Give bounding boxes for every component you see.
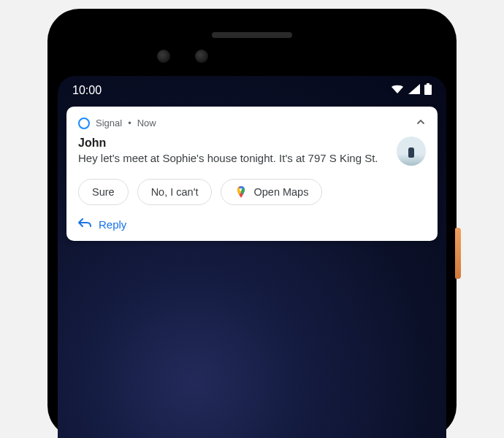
- message-body: Hey let's meet at Sophie's house tonight…: [78, 151, 388, 166]
- google-maps-icon: [234, 185, 248, 199]
- power-button[interactable]: [455, 228, 461, 279]
- reply-button[interactable]: Reply: [78, 218, 426, 231]
- reply-label: Reply: [99, 218, 126, 231]
- front-camera-icon: [157, 50, 170, 63]
- chip-label: Open Maps: [253, 186, 308, 198]
- notification-card[interactable]: Signal • Now John Hey let's meet at Soph…: [66, 107, 438, 241]
- separator-dot: •: [128, 118, 131, 128]
- phone-frame: 10:00 Signal • Now: [47, 9, 457, 438]
- collapse-chevron-icon[interactable]: [416, 117, 426, 129]
- action-chip-open-maps[interactable]: Open Maps: [221, 179, 322, 205]
- signal-app-icon: [78, 118, 90, 129]
- smart-reply-row: Sure No, I can't Open: [78, 179, 426, 205]
- sender-name: John: [78, 137, 388, 150]
- notification-header: Signal • Now: [78, 117, 426, 129]
- reply-chip-no[interactable]: No, I can't: [137, 179, 213, 205]
- reply-arrow-icon: [78, 218, 91, 231]
- speaker-grille: [212, 32, 292, 38]
- app-name-label: Signal: [96, 118, 122, 128]
- wifi-icon: [391, 84, 404, 97]
- battery-icon: [424, 83, 432, 98]
- reply-chip-sure[interactable]: Sure: [78, 179, 129, 205]
- status-bar: 10:00: [58, 76, 446, 102]
- svg-rect-1: [424, 85, 432, 95]
- sender-avatar[interactable]: [397, 137, 426, 166]
- phone-screen: 10:00 Signal • Now: [58, 76, 446, 438]
- clock-label: 10:00: [72, 84, 102, 97]
- front-camera-icon: [195, 50, 208, 63]
- chip-label: No, I can't: [151, 186, 199, 198]
- cell-signal-icon: [408, 84, 420, 97]
- chip-label: Sure: [92, 186, 115, 198]
- notification-time-label: Now: [137, 118, 156, 128]
- svg-rect-0: [427, 83, 429, 85]
